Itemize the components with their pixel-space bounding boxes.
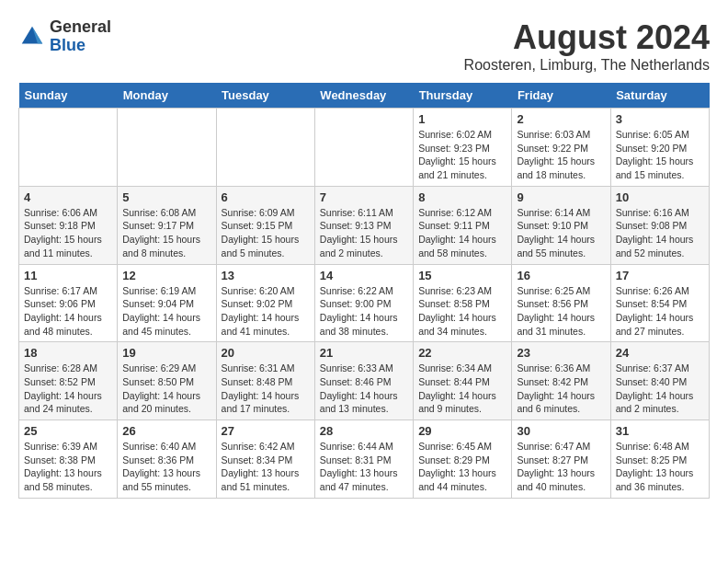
day-info: Sunrise: 6:33 AM Sunset: 8:46 PM Dayligh…	[320, 362, 408, 416]
week-row-4: 18Sunrise: 6:28 AM Sunset: 8:52 PM Dayli…	[19, 342, 710, 420]
logo-text: General Blue	[50, 18, 111, 55]
page-header: General Blue August 2024 Roosteren, Limb…	[18, 18, 710, 74]
day-cell: 7Sunrise: 6:11 AM Sunset: 9:13 PM Daylig…	[314, 186, 413, 264]
day-number: 27	[222, 424, 310, 438]
location-subtitle: Roosteren, Limburg, The Netherlands	[464, 57, 710, 74]
month-year-title: August 2024	[464, 18, 710, 57]
day-cell: 31Sunrise: 6:48 AM Sunset: 8:25 PM Dayli…	[610, 420, 709, 499]
title-block: August 2024 Roosteren, Limburg, The Neth…	[464, 18, 710, 74]
day-info: Sunrise: 6:03 AM Sunset: 9:22 PM Dayligh…	[517, 128, 605, 182]
day-number: 16	[517, 269, 605, 282]
logo-blue-text: Blue	[50, 37, 111, 55]
day-cell: 22Sunrise: 6:34 AM Sunset: 8:44 PM Dayli…	[414, 342, 512, 420]
day-cell: 3Sunrise: 6:05 AM Sunset: 9:20 PM Daylig…	[610, 109, 709, 187]
week-row-2: 4Sunrise: 6:06 AM Sunset: 9:18 PM Daylig…	[19, 186, 710, 264]
week-row-3: 11Sunrise: 6:17 AM Sunset: 9:06 PM Dayli…	[19, 264, 710, 342]
day-number: 31	[616, 424, 704, 438]
logo: General Blue	[18, 18, 111, 55]
day-cell: 14Sunrise: 6:22 AM Sunset: 9:00 PM Dayli…	[314, 264, 413, 342]
day-info: Sunrise: 6:16 AM Sunset: 9:08 PM Dayligh…	[616, 206, 704, 260]
week-row-1: 1Sunrise: 6:02 AM Sunset: 9:23 PM Daylig…	[19, 109, 710, 187]
day-number: 11	[24, 269, 112, 282]
day-info: Sunrise: 6:44 AM Sunset: 8:31 PM Dayligh…	[320, 440, 408, 494]
day-info: Sunrise: 6:14 AM Sunset: 9:10 PM Dayligh…	[517, 206, 605, 260]
day-cell: 21Sunrise: 6:33 AM Sunset: 8:46 PM Dayli…	[314, 342, 413, 420]
day-number: 28	[320, 424, 408, 438]
day-info: Sunrise: 6:08 AM Sunset: 9:17 PM Dayligh…	[122, 206, 210, 260]
day-info: Sunrise: 6:09 AM Sunset: 9:15 PM Dayligh…	[222, 206, 310, 260]
day-info: Sunrise: 6:28 AM Sunset: 8:52 PM Dayligh…	[24, 362, 112, 416]
day-number: 9	[517, 190, 605, 204]
day-cell: 11Sunrise: 6:17 AM Sunset: 9:06 PM Dayli…	[19, 264, 118, 342]
week-row-5: 25Sunrise: 6:39 AM Sunset: 8:38 PM Dayli…	[19, 420, 710, 499]
day-info: Sunrise: 6:31 AM Sunset: 8:48 PM Dayligh…	[222, 362, 310, 416]
day-info: Sunrise: 6:45 AM Sunset: 8:29 PM Dayligh…	[418, 440, 506, 494]
day-header-tuesday: Tuesday	[216, 83, 314, 109]
day-info: Sunrise: 6:40 AM Sunset: 8:36 PM Dayligh…	[122, 440, 210, 494]
day-number: 3	[616, 112, 704, 126]
day-info: Sunrise: 6:47 AM Sunset: 8:27 PM Dayligh…	[517, 440, 605, 494]
day-number: 5	[122, 190, 210, 204]
day-cell: 30Sunrise: 6:47 AM Sunset: 8:27 PM Dayli…	[512, 420, 610, 499]
day-info: Sunrise: 6:02 AM Sunset: 9:23 PM Dayligh…	[418, 128, 506, 182]
day-number: 30	[517, 424, 605, 438]
day-info: Sunrise: 6:39 AM Sunset: 8:38 PM Dayligh…	[24, 440, 112, 494]
day-number: 1	[418, 112, 506, 126]
day-header-wednesday: Wednesday	[314, 83, 413, 109]
day-info: Sunrise: 6:23 AM Sunset: 8:58 PM Dayligh…	[418, 284, 506, 339]
day-cell: 1Sunrise: 6:02 AM Sunset: 9:23 PM Daylig…	[414, 109, 512, 187]
day-info: Sunrise: 6:11 AM Sunset: 9:13 PM Dayligh…	[320, 206, 408, 260]
day-cell: 13Sunrise: 6:20 AM Sunset: 9:02 PM Dayli…	[216, 264, 314, 342]
day-number: 13	[222, 269, 310, 282]
day-number: 20	[222, 346, 310, 360]
day-info: Sunrise: 6:37 AM Sunset: 8:40 PM Dayligh…	[616, 362, 704, 416]
day-number: 4	[24, 190, 112, 204]
day-number: 12	[122, 269, 210, 282]
day-number: 2	[517, 112, 605, 126]
day-cell: 28Sunrise: 6:44 AM Sunset: 8:31 PM Dayli…	[314, 420, 413, 499]
day-cell: 8Sunrise: 6:12 AM Sunset: 9:11 PM Daylig…	[414, 186, 512, 264]
day-cell: 17Sunrise: 6:26 AM Sunset: 8:54 PM Dayli…	[610, 264, 709, 342]
day-number: 6	[222, 190, 310, 204]
day-number: 25	[24, 424, 112, 438]
day-info: Sunrise: 6:17 AM Sunset: 9:06 PM Dayligh…	[24, 284, 112, 339]
day-header-friday: Friday	[512, 83, 610, 109]
day-cell: 4Sunrise: 6:06 AM Sunset: 9:18 PM Daylig…	[19, 186, 118, 264]
day-info: Sunrise: 6:20 AM Sunset: 9:02 PM Dayligh…	[222, 284, 310, 339]
day-cell: 29Sunrise: 6:45 AM Sunset: 8:29 PM Dayli…	[414, 420, 512, 499]
day-header-thursday: Thursday	[414, 83, 512, 109]
day-info: Sunrise: 6:22 AM Sunset: 9:00 PM Dayligh…	[320, 284, 408, 339]
day-cell: 2Sunrise: 6:03 AM Sunset: 9:22 PM Daylig…	[512, 109, 610, 187]
day-info: Sunrise: 6:26 AM Sunset: 8:54 PM Dayligh…	[616, 284, 704, 339]
day-cell	[216, 109, 314, 187]
day-info: Sunrise: 6:34 AM Sunset: 8:44 PM Dayligh…	[418, 362, 506, 416]
day-cell	[118, 109, 216, 187]
day-info: Sunrise: 6:42 AM Sunset: 8:34 PM Dayligh…	[222, 440, 310, 494]
day-cell: 19Sunrise: 6:29 AM Sunset: 8:50 PM Dayli…	[118, 342, 216, 420]
day-cell: 5Sunrise: 6:08 AM Sunset: 9:17 PM Daylig…	[118, 186, 216, 264]
day-info: Sunrise: 6:19 AM Sunset: 9:04 PM Dayligh…	[122, 284, 210, 339]
day-cell	[314, 109, 413, 187]
day-info: Sunrise: 6:25 AM Sunset: 8:56 PM Dayligh…	[517, 284, 605, 339]
day-number: 23	[517, 346, 605, 360]
day-number: 19	[122, 346, 210, 360]
day-cell: 16Sunrise: 6:25 AM Sunset: 8:56 PM Dayli…	[512, 264, 610, 342]
day-cell	[19, 109, 118, 187]
day-cell: 6Sunrise: 6:09 AM Sunset: 9:15 PM Daylig…	[216, 186, 314, 264]
day-cell: 26Sunrise: 6:40 AM Sunset: 8:36 PM Dayli…	[118, 420, 216, 499]
day-info: Sunrise: 6:12 AM Sunset: 9:11 PM Dayligh…	[418, 206, 506, 260]
day-number: 15	[418, 269, 506, 282]
day-number: 29	[418, 424, 506, 438]
day-header-saturday: Saturday	[610, 83, 709, 109]
day-number: 24	[616, 346, 704, 360]
day-number: 22	[418, 346, 506, 360]
day-cell: 12Sunrise: 6:19 AM Sunset: 9:04 PM Dayli…	[118, 264, 216, 342]
day-number: 26	[122, 424, 210, 438]
day-number: 7	[320, 190, 408, 204]
day-info: Sunrise: 6:05 AM Sunset: 9:20 PM Dayligh…	[616, 128, 704, 182]
day-number: 18	[24, 346, 112, 360]
day-cell: 25Sunrise: 6:39 AM Sunset: 8:38 PM Dayli…	[19, 420, 118, 499]
day-header-sunday: Sunday	[19, 83, 118, 109]
day-info: Sunrise: 6:29 AM Sunset: 8:50 PM Dayligh…	[122, 362, 210, 416]
days-header-row: SundayMondayTuesdayWednesdayThursdayFrid…	[19, 83, 710, 109]
